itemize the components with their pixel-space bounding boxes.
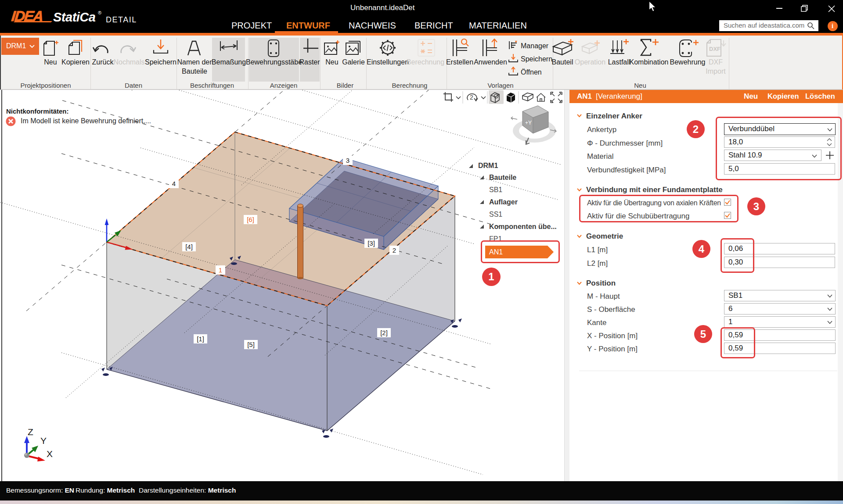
- svg-text:DXF: DXF: [709, 46, 721, 52]
- svg-text:Z: Z: [28, 427, 33, 437]
- svg-text:X: X: [47, 449, 53, 459]
- svg-text:®: ®: [98, 10, 101, 15]
- svg-text:+Y: +Y: [525, 120, 532, 126]
- svg-text:Y: Y: [40, 436, 47, 446]
- svg-text:2: 2: [470, 94, 473, 101]
